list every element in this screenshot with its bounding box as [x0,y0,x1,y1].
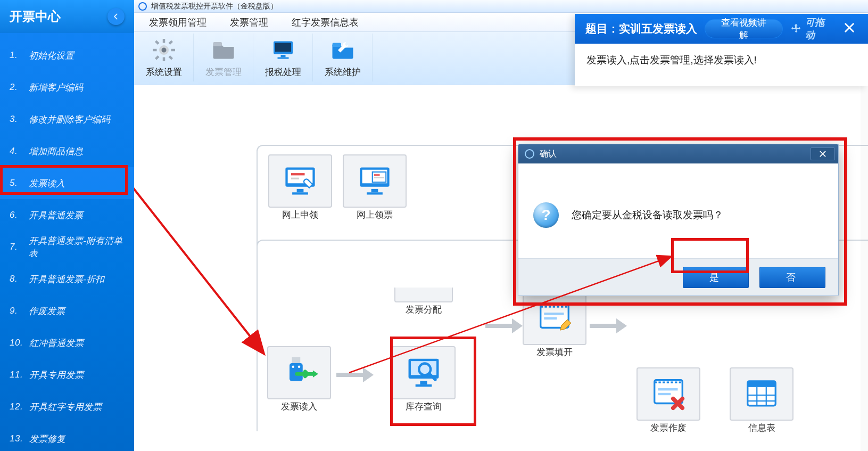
sidebar-item-label: 作废发票 [29,305,65,317]
monitor-icon [270,37,296,63]
workspace-canvas: 网上申领 网上领票 发票分配 [134,85,868,451]
svg-rect-5 [155,40,159,45]
sidebar-item-number: 9. [10,306,22,316]
sidebar-item-12[interactable]: 12.开具红字专用发票 [0,391,134,423]
svg-rect-53 [748,381,776,387]
sidebar-item-2[interactable]: 2.新增客户编码 [0,71,134,103]
toolbar-label: 系统设置 [146,66,182,78]
sidebar-item-9[interactable]: 9.作废发票 [0,295,134,327]
instruction-panel: 题目：实训五发票读入 查看视频讲解 可拖动 发票读入,点击发票管理,选择发票读入… [575,14,868,86]
monitor-doc-icon [357,163,393,199]
window-titlebar: 增值税发票税控开票软件（金税盘版） [134,0,868,13]
toolbar-monitor[interactable]: 报税处理 [253,34,313,81]
menu-item-0[interactable]: 发票领用管理 [149,16,206,29]
tile-invoice-void[interactable]: 发票作废 [634,367,702,434]
gear-icon [151,37,177,63]
dialog-body: ? 您确定要从金税设备读取发票吗？ [518,163,838,258]
svg-rect-42 [544,313,564,315]
sidebar-item-number: 10. [10,338,23,348]
toolbar-folder: 发票管理 [194,34,253,81]
dialog-yes-button[interactable]: 是 [683,267,749,288]
instruction-close-button[interactable] [841,20,857,38]
sidebar-item-number: 11. [10,370,23,380]
sidebar-item-5[interactable]: 5.发票读入 [0,167,134,199]
table-icon [743,375,780,413]
tile-online-receive[interactable]: 网上领票 [341,154,409,221]
tile-stock-query[interactable]: 库存查询 [390,346,458,413]
svg-rect-14 [277,58,288,59]
tile-invoice-assign[interactable]: 发票分配 [390,288,458,316]
menu-item-1[interactable]: 发票管理 [230,16,268,29]
toolbar-gear[interactable]: 系统设置 [134,34,194,81]
monitor-hand-icon [282,163,318,199]
dialog-message: 您确定要从金税设备读取发票吗？ [572,208,723,222]
svg-rect-38 [416,384,432,387]
scrollbar-vertical[interactable] [861,85,868,451]
sidebar-item-label: 发票修复 [29,433,65,445]
flow-arrow-right [485,315,523,339]
sidebar-item-3[interactable]: 3.修改并删除客户编码 [0,103,134,135]
toolbar-wrench-folder[interactable]: 系统维护 [313,34,373,81]
svg-marker-44 [616,318,627,333]
toolbar-label: 报税处理 [265,66,301,78]
sidebar-header: 开票中心 [0,0,134,33]
app-icon [138,2,147,11]
move-icon [790,23,802,35]
invoice-edit-icon [536,300,573,337]
tile-invoice-fill[interactable]: 发票填开 [520,292,589,358]
svg-rect-12 [275,43,291,52]
sidebar-item-7[interactable]: 7.开具普通发票-附有清单表 [0,231,134,263]
svg-rect-4 [171,49,175,52]
svg-rect-15 [332,43,341,47]
dialog-close-button[interactable] [811,147,835,160]
tile-info-sheet[interactable]: 信息表 [728,367,796,434]
svg-rect-24 [371,189,378,192]
sidebar-item-10[interactable]: 10.红冲普通发票 [0,327,134,359]
svg-rect-7 [168,40,172,45]
svg-rect-49 [655,380,683,404]
svg-rect-20 [291,173,305,175]
sidebar-item-label: 发票读入 [29,177,65,190]
sidebar-title: 开票中心 [10,8,61,25]
close-icon [844,22,855,34]
app-icon [525,149,534,159]
svg-rect-13 [280,55,285,58]
sidebar-item-number: 8. [10,274,22,284]
drag-handle[interactable]: 可拖动 [790,16,834,42]
main-app: 增值税发票税控开票软件（金税盘版） 发票领用管理发票管理红字发票信息表 系统设置… [134,0,868,451]
sidebar-item-label: 修改并删除客户编码 [29,113,110,126]
tile-label: 网上申领 [266,209,334,221]
menu-item-2[interactable]: 红字发票信息表 [292,16,359,29]
tile-invoice-import[interactable]: 发票读入 [265,346,333,413]
toolbar-label: 发票管理 [205,66,242,78]
svg-point-31 [292,366,295,368]
sidebar-item-label: 开具普通发票 [29,209,83,222]
instruction-header[interactable]: 题目：实训五发票读入 查看视频讲解 可拖动 [575,14,868,44]
sidebar-item-label: 增加商品信息 [29,145,83,158]
flow-arrow-right [590,315,627,339]
instruction-title: 题目：实训五发票读入 [585,21,697,36]
sidebar-item-number: 3. [10,114,22,125]
tile-label: 发票作废 [634,422,702,434]
sidebar-item-label: 开具普通发票-附有清单表 [29,235,125,259]
sidebar-item-1[interactable]: 1.初始化设置 [0,39,134,71]
sidebar-item-11[interactable]: 11.开具专用发票 [0,359,134,391]
sidebar-item-4[interactable]: 4.增加商品信息 [0,135,134,167]
view-video-button[interactable]: 查看视频讲解 [705,19,783,38]
svg-marker-33 [313,371,318,378]
sidebar-item-number: 7. [10,242,22,252]
tile-online-apply[interactable]: 网上申领 [266,154,334,221]
sidebar-item-6[interactable]: 6.开具普通发票 [0,199,134,231]
sidebar-item-13[interactable]: 13.发票修复 [0,423,134,451]
dialog-titlebar[interactable]: 确认 [518,144,838,163]
sidebar-item-label: 新增客户编码 [29,81,83,94]
sidebar-item-number: 2. [10,82,22,93]
sidebar: 开票中心 1.初始化设置2.新增客户编码3.修改并删除客户编码4.增加商品信息5… [0,0,134,451]
tile-label: 信息表 [728,422,796,434]
dialog-no-button[interactable]: 否 [759,267,825,288]
svg-rect-19 [292,192,308,194]
svg-point-32 [298,366,301,368]
sidebar-collapse-button[interactable] [108,8,125,25]
sidebar-item-label: 红冲普通发票 [29,337,84,349]
sidebar-item-8[interactable]: 8.开具普通发票-折扣 [0,263,134,295]
